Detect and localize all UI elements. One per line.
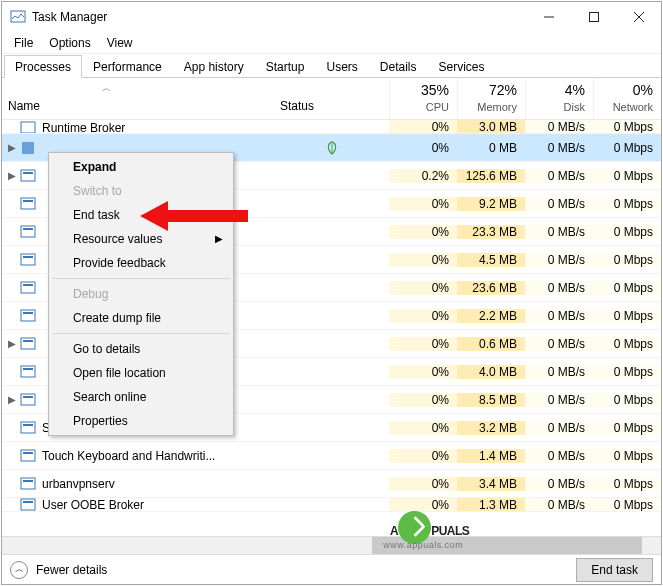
chevron-right-icon[interactable]: ▶ — [6, 338, 18, 349]
process-icon — [20, 336, 36, 352]
svg-rect-17 — [23, 284, 33, 286]
header-network[interactable]: 0%Network — [593, 78, 661, 119]
svg-rect-12 — [21, 226, 35, 237]
menubar: File Options View — [2, 32, 661, 54]
svg-rect-2 — [589, 13, 598, 22]
menu-options[interactable]: Options — [41, 34, 98, 52]
menu-item-end-task[interactable]: End task — [51, 203, 231, 227]
tab-details[interactable]: Details — [369, 55, 428, 78]
menu-item-open-file-location[interactable]: Open file location — [51, 361, 231, 385]
svg-rect-11 — [23, 200, 33, 202]
svg-rect-22 — [21, 366, 35, 377]
menu-view[interactable]: View — [99, 34, 141, 52]
process-icon — [20, 476, 36, 492]
svg-rect-27 — [23, 424, 33, 426]
table-row[interactable]: urbanvpnserv0%3.4 MB0 MB/s0 Mbps — [2, 470, 661, 498]
footer: ︿ Fewer details End task — [2, 554, 661, 584]
header-disk[interactable]: 4%Disk — [525, 78, 593, 119]
chevron-right-icon[interactable]: ▶ — [6, 170, 18, 181]
column-headers: ︿ Name Status 35%CPU 72%Memory 4%Disk 0%… — [2, 78, 661, 120]
svg-rect-29 — [23, 452, 33, 454]
svg-rect-10 — [21, 198, 35, 209]
tab-services[interactable]: Services — [428, 55, 496, 78]
svg-rect-14 — [21, 254, 35, 265]
tab-app-history[interactable]: App history — [173, 55, 255, 78]
menu-item-search-online[interactable]: Search online — [51, 385, 231, 409]
process-icon — [20, 196, 36, 212]
process-icon — [20, 498, 36, 512]
svg-rect-33 — [23, 501, 33, 503]
end-task-button[interactable]: End task — [576, 558, 653, 582]
process-icon — [20, 280, 36, 296]
svg-rect-21 — [23, 340, 33, 342]
header-status[interactable]: Status — [274, 78, 389, 119]
process-name: Touch Keyboard and Handwriti... — [42, 449, 215, 463]
menu-item-properties[interactable]: Properties — [51, 409, 231, 433]
menu-separator — [52, 333, 230, 334]
svg-rect-28 — [21, 450, 35, 461]
svg-rect-9 — [23, 172, 33, 174]
process-icon — [20, 364, 36, 380]
svg-rect-24 — [21, 394, 35, 405]
task-manager-icon — [10, 9, 26, 25]
menu-item-go-to-details[interactable]: Go to details — [51, 337, 231, 361]
svg-rect-32 — [21, 499, 35, 510]
process-icon — [20, 392, 36, 408]
table-row[interactable]: Touch Keyboard and Handwriti...0%1.4 MB0… — [2, 442, 661, 470]
process-name: urbanvpnserv — [42, 477, 115, 491]
fewer-details-icon[interactable]: ︿ — [10, 561, 28, 579]
window-title: Task Manager — [32, 10, 526, 24]
process-name: User OOBE Broker — [42, 498, 144, 512]
table-row[interactable]: Runtime Broker 0% 3.0 MB 0 MB/s 0 Mbps — [2, 120, 661, 134]
process-icon — [20, 168, 36, 184]
submenu-arrow-icon: ▶ — [215, 233, 223, 244]
maximize-button[interactable] — [571, 3, 616, 32]
close-button[interactable] — [616, 3, 661, 32]
header-name[interactable]: ︿ Name — [2, 78, 274, 119]
svg-rect-15 — [23, 256, 33, 258]
titlebar: Task Manager — [2, 2, 661, 32]
menu-item-provide-feedback[interactable]: Provide feedback — [51, 251, 231, 275]
menu-item-resource-values[interactable]: Resource values▶ — [51, 227, 231, 251]
process-icon — [20, 308, 36, 324]
svg-rect-26 — [21, 422, 35, 433]
menu-item-create-dump-file[interactable]: Create dump file — [51, 306, 231, 330]
menu-separator — [52, 278, 230, 279]
tab-users[interactable]: Users — [315, 55, 368, 78]
process-icon — [20, 420, 36, 436]
process-icon — [20, 224, 36, 240]
svg-rect-19 — [23, 312, 33, 314]
tabs: Processes Performance App history Startu… — [2, 54, 661, 78]
header-memory[interactable]: 72%Memory — [457, 78, 525, 119]
minimize-button[interactable] — [526, 3, 571, 32]
chevron-right-icon[interactable]: ▶ — [6, 142, 18, 153]
menu-item-debug: Debug — [51, 282, 231, 306]
tab-performance[interactable]: Performance — [82, 55, 173, 78]
svg-rect-25 — [23, 396, 33, 398]
chevron-right-icon[interactable]: ▶ — [6, 394, 18, 405]
svg-rect-6 — [22, 142, 34, 154]
tab-startup[interactable]: Startup — [255, 55, 316, 78]
svg-rect-13 — [23, 228, 33, 230]
svg-rect-5 — [21, 122, 35, 133]
process-icon — [20, 448, 36, 464]
menu-item-switch-to: Switch to — [51, 179, 231, 203]
header-cpu[interactable]: 35%CPU — [389, 78, 457, 119]
svg-rect-8 — [21, 170, 35, 181]
menu-item-expand[interactable]: Expand — [51, 155, 231, 179]
process-icon — [20, 252, 36, 268]
tab-processes[interactable]: Processes — [4, 55, 82, 78]
svg-rect-23 — [23, 368, 33, 370]
fewer-details-label[interactable]: Fewer details — [36, 563, 107, 577]
svg-rect-31 — [23, 480, 33, 482]
svg-rect-16 — [21, 282, 35, 293]
scrollbar-thumb[interactable] — [372, 537, 642, 554]
svg-rect-30 — [21, 478, 35, 489]
sort-indicator-icon: ︿ — [102, 82, 111, 95]
menu-file[interactable]: File — [6, 34, 41, 52]
context-menu: ExpandSwitch toEnd taskResource values▶P… — [48, 152, 234, 436]
horizontal-scrollbar[interactable] — [2, 537, 661, 554]
table-row[interactable]: User OOBE Broker0%1.3 MB0 MB/s0 Mbps — [2, 498, 661, 512]
svg-rect-18 — [21, 310, 35, 321]
svg-rect-20 — [21, 338, 35, 349]
